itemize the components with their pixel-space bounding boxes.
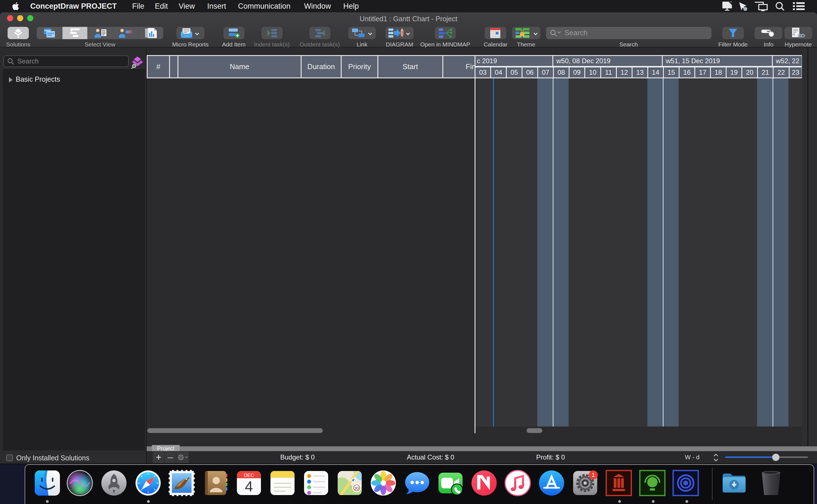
svg-text:4: 4 [245, 478, 253, 494]
svg-text:3D: 3D [355, 486, 359, 490]
svg-text:1: 1 [591, 472, 595, 478]
svg-text:DEC: DEC [244, 473, 254, 478]
